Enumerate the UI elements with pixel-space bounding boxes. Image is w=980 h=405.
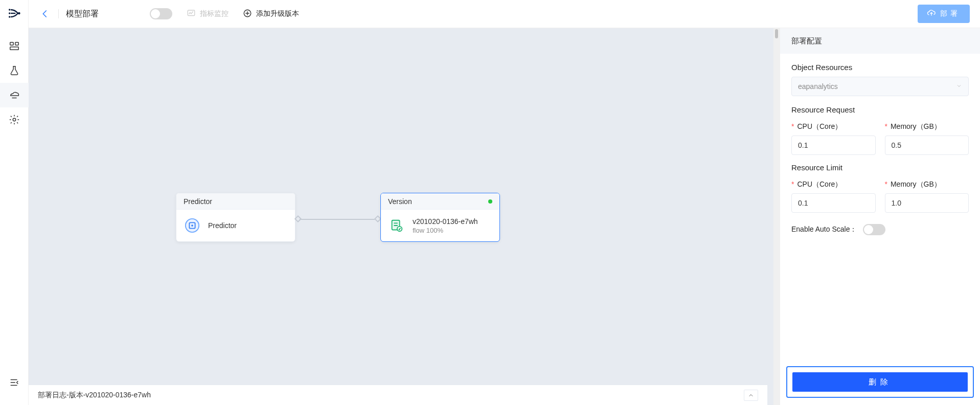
predictor-title: Predictor xyxy=(208,221,237,230)
object-resources-value: eapanalytics xyxy=(798,82,838,91)
sidebar-item-settings[interactable] xyxy=(0,107,29,132)
cloud-upload-icon xyxy=(927,9,936,19)
predictor-node[interactable]: Predictor Predictor xyxy=(176,193,295,242)
workspace: Predictor Predictor xyxy=(29,28,980,405)
req-cpu-input[interactable] xyxy=(791,136,876,155)
predictor-icon xyxy=(184,217,201,234)
req-cpu-label: *CPU（Core） xyxy=(791,122,876,131)
sidebar-item-experiment[interactable] xyxy=(0,58,29,83)
plus-circle-icon xyxy=(243,9,252,19)
chevron-down-icon xyxy=(956,82,962,91)
lim-mem-label: *Memory（GB） xyxy=(885,180,969,189)
svg-point-7 xyxy=(13,118,16,121)
metrics-monitor-action: 指标监控 xyxy=(187,9,229,19)
log-collapse-button[interactable] xyxy=(744,390,758,401)
main-area: 模型部署 指标监控 添加升级版本 部署 P xyxy=(29,0,980,405)
status-dot-icon xyxy=(488,199,492,204)
resource-request-title: Resource Request xyxy=(791,105,969,114)
svg-rect-4 xyxy=(10,42,13,46)
topbar: 模型部署 指标监控 添加升级版本 部署 xyxy=(29,0,980,28)
svg-point-3 xyxy=(18,12,20,15)
metrics-monitor-label: 指标监控 xyxy=(200,9,229,18)
panel-title: 部署配置 xyxy=(780,28,980,54)
predictor-card-head: Predictor xyxy=(176,193,295,210)
add-version-label: 添加升级版本 xyxy=(256,9,299,18)
version-card-head: Version xyxy=(381,193,499,210)
connector xyxy=(295,216,380,222)
svg-point-0 xyxy=(8,9,10,11)
delete-button-frame: 删除 xyxy=(786,366,974,398)
deploy-label: 部署 xyxy=(940,9,961,18)
autoscale-toggle[interactable] xyxy=(863,224,885,235)
version-icon xyxy=(388,217,405,234)
delete-button[interactable]: 删除 xyxy=(792,372,968,392)
deploy-button[interactable]: 部署 xyxy=(918,5,970,23)
req-mem-input[interactable] xyxy=(885,136,969,155)
lim-cpu-input[interactable] xyxy=(791,193,876,213)
back-button[interactable] xyxy=(39,8,51,20)
lim-cpu-label: *CPU（Core） xyxy=(791,180,876,189)
svg-rect-5 xyxy=(15,42,18,46)
svg-point-2 xyxy=(8,16,10,18)
object-resources-select[interactable]: eapanalytics xyxy=(791,77,969,96)
resource-limit-title: Resource Limit xyxy=(791,163,969,172)
config-panel: 部署配置 Object Resources eapanalytics Resou… xyxy=(780,28,980,405)
log-bar: 部署日志-版本-v201020-0136-e7wh xyxy=(29,385,767,405)
canvas[interactable]: Predictor Predictor xyxy=(29,28,780,405)
svg-point-12 xyxy=(191,224,193,227)
version-title: v201020-0136-e7wh xyxy=(413,217,478,226)
page-title: 模型部署 xyxy=(66,9,99,19)
autoscale-label: Enable Auto Scale： xyxy=(791,225,857,234)
version-node[interactable]: Version v201020-0136-e7wh flow 100% xyxy=(380,193,500,242)
sidebar-item-deploy[interactable] xyxy=(0,83,29,107)
canvas-scrollbar[interactable] xyxy=(773,28,780,405)
object-resources-label: Object Resources xyxy=(791,63,969,72)
lim-mem-input[interactable] xyxy=(885,193,969,213)
topbar-toggle[interactable] xyxy=(150,8,172,19)
log-bar-text: 部署日志-版本-v201020-0136-e7wh xyxy=(38,391,151,400)
version-subtitle: flow 100% xyxy=(413,227,478,234)
svg-point-1 xyxy=(8,12,10,14)
chart-icon xyxy=(187,9,196,19)
app-side-rail xyxy=(0,0,29,405)
svg-rect-8 xyxy=(188,10,195,16)
req-mem-label: *Memory（GB） xyxy=(885,122,969,131)
svg-rect-6 xyxy=(10,47,18,50)
brand-icon xyxy=(7,6,21,20)
sidebar-item-collapse[interactable] xyxy=(0,370,29,395)
add-version-action[interactable]: 添加升级版本 xyxy=(243,9,299,19)
divider xyxy=(58,9,59,18)
sidebar-item-panels[interactable] xyxy=(0,34,29,58)
